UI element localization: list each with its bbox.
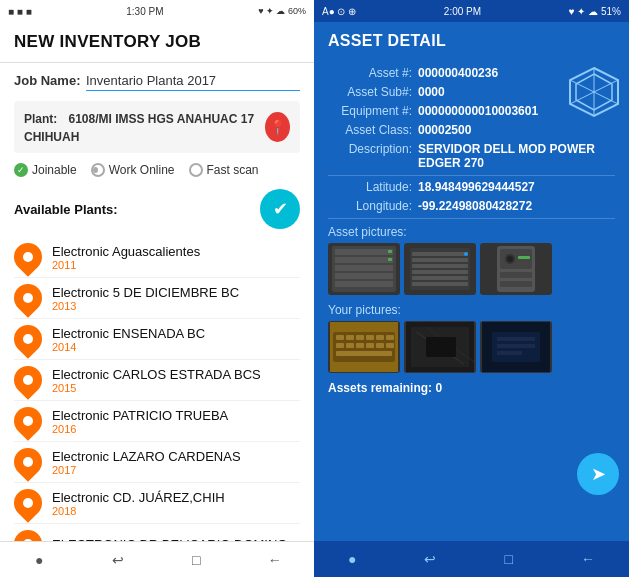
add-plant-button[interactable]: ✔ — [260, 189, 300, 229]
nav-back-right[interactable]: ← — [581, 551, 595, 567]
job-name-value: Inventario Planta 2017 — [86, 73, 300, 91]
svg-rect-10 — [335, 281, 393, 287]
svg-rect-31 — [336, 335, 344, 340]
nav-dot-right[interactable]: ● — [348, 551, 356, 567]
send-icon: ➤ — [591, 463, 606, 485]
asset-content[interactable]: Asset #: 000000400236 Asset Sub#: 0000 E… — [314, 60, 629, 541]
equipment-label: Equipment #: — [328, 104, 418, 118]
your-pic-1[interactable] — [328, 321, 400, 373]
svg-rect-16 — [412, 258, 468, 262]
job-name-row: Job Name: Inventario Planta 2017 — [14, 73, 300, 91]
nav-dot[interactable]: ● — [29, 550, 49, 570]
longitude-label: Longitude: — [328, 199, 418, 213]
asset-pictures-section: Asset pictures: — [328, 225, 615, 295]
status-icons-left: ■ ■ ■ — [8, 6, 32, 17]
nav-back[interactable]: ← — [265, 550, 285, 570]
checkmark-icon: ✔ — [273, 198, 288, 220]
assets-remaining-value: 0 — [435, 381, 442, 395]
radio-joinable[interactable]: Joinable — [14, 163, 77, 177]
left-app-header: NEW INVENTORY JOB — [0, 22, 314, 63]
fast-scan-radio[interactable] — [189, 163, 203, 177]
right-phone: A● ⊙ ⊕ 2:00 PM ♥ ✦ ☁ 51% ASSET DETAIL As… — [314, 0, 629, 577]
company-logo — [566, 64, 621, 119]
left-nav-bar: ● ↩ □ ← — [0, 541, 314, 577]
svg-rect-17 — [412, 264, 468, 268]
asset-pictures-label: Asset pictures: — [328, 225, 615, 239]
joinable-radio[interactable] — [14, 163, 28, 177]
nav-recent[interactable]: ↩ — [108, 550, 128, 570]
description-label: Description: — [328, 142, 418, 156]
asset-class-label: Asset Class: — [328, 123, 418, 137]
left-app-content[interactable]: Job Name: Inventario Planta 2017 Plant: … — [0, 63, 314, 541]
send-button[interactable]: ➤ — [577, 453, 619, 495]
asset-pic-3[interactable] — [480, 243, 552, 295]
svg-point-27 — [507, 256, 513, 262]
plant-pin-button[interactable]: 📍 — [265, 112, 290, 142]
nav-home[interactable]: □ — [186, 550, 206, 570]
status-right-icons-left: ♥ ✦ ☁ 60% — [258, 6, 306, 16]
svg-rect-18 — [412, 270, 468, 274]
svg-rect-51 — [497, 337, 535, 341]
list-item[interactable]: Electronic PATRICIO TRUEBA 2016 — [14, 401, 300, 442]
list-item[interactable]: Electronic LAZARO CARDENAS 2017 — [14, 442, 300, 483]
svg-rect-11 — [388, 250, 392, 253]
description-row: Description: SERVIDOR DELL MOD POWER EDG… — [328, 142, 615, 170]
your-pictures-label: Your pictures: — [328, 303, 615, 317]
svg-rect-43 — [336, 351, 392, 356]
plant-info-5: Electronic LAZARO CARDENAS 2017 — [52, 449, 300, 476]
status-left-icons: ■ ■ ■ — [8, 6, 32, 17]
pin-icon-3 — [8, 360, 48, 400]
pin-icon-4 — [8, 401, 48, 441]
divider-1 — [328, 175, 615, 176]
asset-pic-1[interactable] — [328, 243, 400, 295]
your-pictures-section: Your pictures: — [328, 303, 615, 373]
plant-info-3: Electronic CARLOS ESTRADA BCS 2015 — [52, 367, 300, 394]
svg-rect-42 — [386, 343, 394, 348]
pin-icon-2 — [8, 319, 48, 359]
asset-class-row: Asset Class: 00002500 — [328, 123, 615, 137]
list-item[interactable]: ELECTRONIC DR.BELISARIO DOMING... — [14, 524, 300, 541]
work-online-radio[interactable] — [91, 163, 105, 177]
your-pic-2[interactable] — [404, 321, 476, 373]
nav-recent-right[interactable]: ↩ — [424, 551, 436, 567]
pin-icon-7 — [8, 524, 48, 541]
nav-home-right[interactable]: □ — [505, 551, 513, 567]
plant-info-4: Electronic PATRICIO TRUEBA 2016 — [52, 408, 300, 435]
svg-rect-8 — [335, 265, 393, 271]
radio-work-online[interactable]: Work Online — [91, 163, 175, 177]
list-item[interactable]: Electronic 5 DE DICIEMBRE BC 2013 — [14, 278, 300, 319]
latitude-label: Latitude: — [328, 180, 418, 194]
radio-fast-scan[interactable]: Fast scan — [189, 163, 259, 177]
work-online-label: Work Online — [109, 163, 175, 177]
status-left-right: A● ⊙ ⊕ — [322, 6, 356, 17]
svg-rect-25 — [500, 281, 532, 287]
svg-point-21 — [464, 252, 468, 256]
list-item[interactable]: Electronic CD. JUÁREZ,CHIH 2018 — [14, 483, 300, 524]
left-phone: ■ ■ ■ 1:30 PM ♥ ✦ ☁ 60% NEW INVENTORY JO… — [0, 0, 314, 577]
signal-icons: ♥ ✦ ☁ 60% — [258, 6, 306, 16]
page-title-left: NEW INVENTORY JOB — [14, 32, 300, 52]
svg-rect-9 — [335, 273, 393, 279]
plant-box[interactable]: Plant: 6108/MI IMSS HGS ANAHUAC 17 CHIHU… — [14, 101, 300, 153]
list-item[interactable]: Electronic CARLOS ESTRADA BCS 2015 — [14, 360, 300, 401]
description-value: SERVIDOR DELL MOD POWER EDGER 270 — [418, 142, 615, 170]
job-name-label: Job Name: — [14, 73, 86, 88]
asset-pic-2[interactable] — [404, 243, 476, 295]
assets-remaining: Assets remaining: 0 — [328, 381, 615, 395]
pin-icon-6 — [8, 483, 48, 523]
pin-icon-1 — [8, 278, 48, 318]
plant-list: Electronic Aguascalientes 2011 Electroni… — [14, 237, 300, 541]
list-item[interactable]: Electronic ENSENADA BC 2014 — [14, 319, 300, 360]
your-pic-3[interactable] — [480, 321, 552, 373]
list-item[interactable]: Electronic Aguascalientes 2011 — [14, 237, 300, 278]
svg-rect-48 — [426, 337, 456, 357]
asset-class-value: 00002500 — [418, 123, 615, 137]
latitude-value: 18.948499629444527 — [418, 180, 615, 194]
right-status-bar: A● ⊙ ⊕ 2:00 PM ♥ ✦ ☁ 51% — [314, 0, 629, 22]
asset-number-label: Asset #: — [328, 66, 418, 80]
status-right-right: ♥ ✦ ☁ 51% — [569, 6, 621, 17]
asset-pictures-row — [328, 243, 615, 295]
svg-rect-37 — [336, 343, 344, 348]
svg-rect-15 — [412, 252, 468, 256]
status-time-left: 1:30 PM — [126, 6, 163, 17]
